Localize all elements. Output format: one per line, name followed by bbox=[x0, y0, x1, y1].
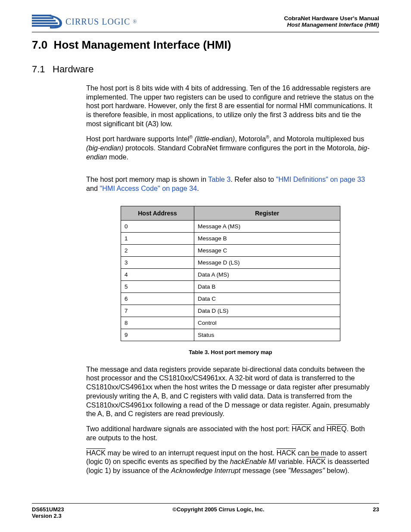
col-header-host-address: Host Address bbox=[121, 206, 194, 220]
section-heading: 7.0 Host Management Interface (HMI) bbox=[32, 38, 379, 52]
svg-rect-3 bbox=[32, 22, 58, 24]
link-hmi-access-code[interactable]: "HMI Access Code" on page 34 bbox=[100, 184, 197, 192]
cell-addr: 1 bbox=[121, 232, 194, 244]
svg-rect-4 bbox=[32, 25, 60, 27]
link-table-3[interactable]: Table 3 bbox=[208, 175, 230, 183]
cell-addr: 3 bbox=[121, 256, 194, 268]
cell-reg: Message C bbox=[194, 244, 340, 256]
subsection-heading: 7.1Hardware bbox=[32, 64, 379, 75]
cell-reg: Control bbox=[194, 317, 340, 329]
signal-hack: HACK bbox=[306, 457, 326, 465]
body-content: The host port is 8 bits wide with 4 bits… bbox=[86, 84, 375, 475]
footer-copyright: ©Copyright 2005 Cirrus Logic, Inc. bbox=[172, 506, 264, 519]
svg-rect-2 bbox=[32, 20, 56, 22]
page-number: 23 bbox=[373, 506, 379, 519]
page: CIRRUS LOGIC ® CobraNet Hardware User's … bbox=[0, 0, 411, 532]
cell-addr: 7 bbox=[121, 305, 194, 317]
svg-rect-0 bbox=[32, 15, 51, 16]
signal-hack: HACK bbox=[277, 449, 296, 457]
col-header-register: Register bbox=[194, 206, 340, 220]
cell-addr: 8 bbox=[121, 317, 194, 329]
subsection-title: Hardware bbox=[53, 64, 93, 75]
paragraph-3: The host port memory map is shown in Tab… bbox=[86, 175, 375, 193]
brand-reg-mark: ® bbox=[133, 19, 137, 25]
footer-left: DS651UM23 Version 2.3 bbox=[32, 506, 64, 519]
table-row: 4Data A (MS) bbox=[121, 268, 340, 280]
table-row: 7Data D (LS) bbox=[121, 305, 340, 317]
cell-addr: 5 bbox=[121, 280, 194, 292]
signal-hack: HACK bbox=[86, 449, 106, 457]
cell-reg: Data C bbox=[194, 292, 340, 305]
cirrus-logic-logo-icon bbox=[32, 13, 63, 30]
table-row: 0Message A (MS) bbox=[121, 220, 340, 232]
link-hmi-definitions[interactable]: "HMI Definitions" on page 33 bbox=[276, 175, 365, 183]
svg-rect-1 bbox=[32, 17, 53, 19]
cell-reg: Data B bbox=[194, 280, 340, 292]
doc-subtitle: Host Management Interface (HMI) bbox=[284, 22, 379, 28]
table-row: 6Data C bbox=[121, 292, 340, 305]
table-row: 5Data B bbox=[121, 280, 340, 292]
paragraph-2: Host port hardware supports Intel® (litt… bbox=[86, 134, 375, 162]
signal-hreq: HREQ bbox=[327, 425, 347, 432]
doc-number: DS651UM23 bbox=[32, 506, 64, 513]
cell-addr: 0 bbox=[121, 220, 194, 232]
cell-reg: Message D (LS) bbox=[194, 256, 340, 268]
table-row: 2Message C bbox=[121, 244, 340, 256]
section-number: 7.0 bbox=[32, 38, 47, 51]
doc-title: CobraNet Hardware User's Manual bbox=[284, 15, 379, 22]
paragraph-4: The message and data registers provide s… bbox=[86, 365, 375, 418]
doc-title-block: CobraNet Hardware User's Manual Host Man… bbox=[284, 15, 379, 28]
reg-mark: ® bbox=[266, 134, 269, 140]
doc-version: Version 2.3 bbox=[32, 513, 64, 519]
paragraph-6: HACK may be wired to an interrupt reques… bbox=[86, 448, 375, 475]
table-row: 1Message B bbox=[121, 232, 340, 244]
paragraph-5: Two additional hardware signals are asso… bbox=[86, 424, 375, 442]
reg-mark: ® bbox=[189, 134, 193, 140]
cell-reg: Status bbox=[194, 329, 340, 341]
cell-reg: Message B bbox=[194, 232, 340, 244]
cell-reg: Data D (LS) bbox=[194, 305, 340, 317]
page-header: CIRRUS LOGIC ® CobraNet Hardware User's … bbox=[32, 13, 379, 32]
paragraph-1: The host port is 8 bits wide with 4 bits… bbox=[86, 84, 375, 128]
cell-addr: 2 bbox=[121, 244, 194, 256]
cell-addr: 9 bbox=[121, 329, 194, 341]
cell-reg: Data A (MS) bbox=[194, 268, 340, 280]
host-port-memory-map-table: Host Address Register 0Message A (MS) 1M… bbox=[121, 206, 340, 341]
brand-name: CIRRUS LOGIC bbox=[65, 17, 130, 27]
cell-reg: Message A (MS) bbox=[194, 220, 340, 232]
table-caption: Table 3. Host port memory map bbox=[86, 349, 375, 355]
table-row: 8Control bbox=[121, 317, 340, 329]
brand-logo: CIRRUS LOGIC ® bbox=[32, 13, 137, 30]
section-title: Host Management Interface (HMI) bbox=[54, 38, 231, 51]
cell-addr: 4 bbox=[121, 268, 194, 280]
table-header-row: Host Address Register bbox=[121, 206, 340, 220]
table-row: 3Message D (LS) bbox=[121, 256, 340, 268]
signal-hack: HACK bbox=[292, 425, 311, 432]
page-footer: DS651UM23 Version 2.3 ©Copyright 2005 Ci… bbox=[32, 503, 379, 519]
cell-addr: 6 bbox=[121, 292, 194, 305]
table-row: 9Status bbox=[121, 329, 340, 341]
subsection-number: 7.1 bbox=[32, 64, 53, 75]
